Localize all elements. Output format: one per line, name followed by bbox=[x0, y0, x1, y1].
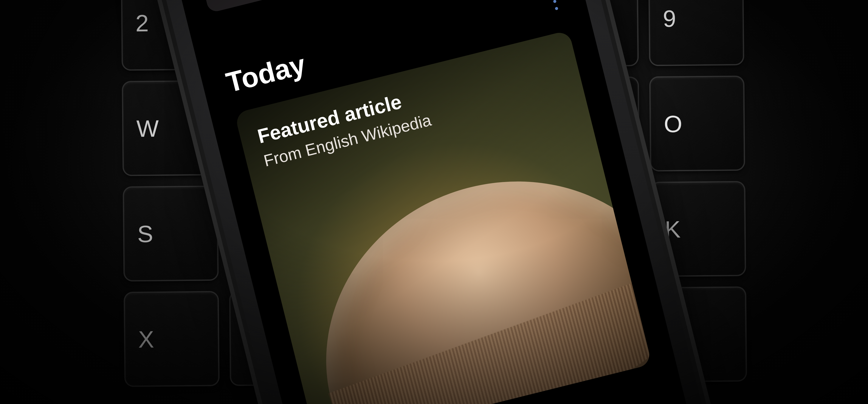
section-title: Today bbox=[223, 48, 309, 99]
today-section: Today Featured article bbox=[200, 0, 675, 404]
keyboard-key: O bbox=[651, 77, 744, 170]
featured-article-card[interactable]: Featured article From English Wikipedia bbox=[235, 30, 652, 404]
keyboard-key: X bbox=[125, 292, 218, 386]
keyboard-key: S bbox=[124, 187, 217, 280]
keyboard-key: (9 bbox=[650, 0, 743, 65]
more-icon bbox=[555, 7, 558, 10]
more-icon bbox=[553, 0, 557, 3]
scene: @2 #3 $4 *8 (9 W E I O S D K X C bbox=[0, 0, 868, 404]
more-button[interactable] bbox=[545, 0, 564, 15]
